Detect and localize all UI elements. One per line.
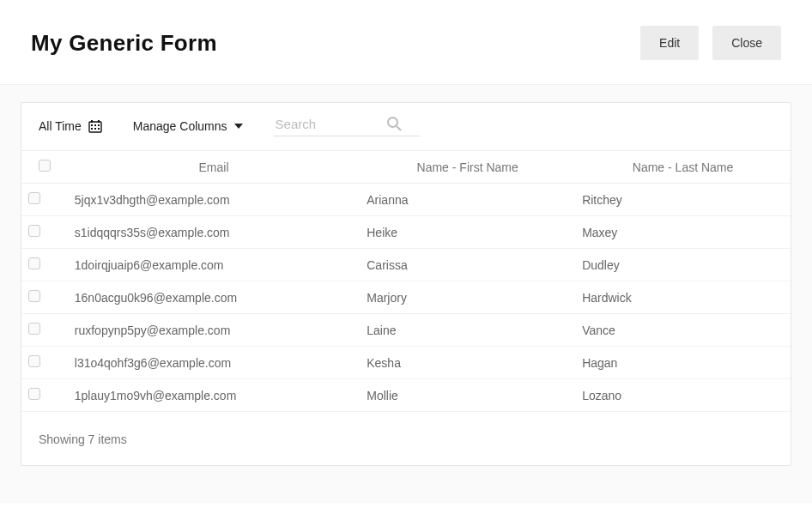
svg-rect-7 xyxy=(91,120,93,123)
cell-last-name: Hardwick xyxy=(575,281,791,314)
table-row[interactable]: 16n0acgu0k96@example.comMarjoryHardwick xyxy=(21,281,791,314)
cell-first-name: Kesha xyxy=(360,347,575,379)
select-all-checkbox[interactable] xyxy=(39,160,51,172)
cell-last-name: Dudley xyxy=(575,249,791,281)
svg-line-10 xyxy=(397,126,401,130)
table-row[interactable]: s1idqqqrs35s@example.comHeikeMaxey xyxy=(21,216,791,249)
row-checkbox[interactable] xyxy=(28,323,40,335)
row-checkbox-cell xyxy=(21,379,68,412)
cell-first-name: Arianna xyxy=(360,184,575,216)
svg-point-9 xyxy=(388,118,397,127)
cell-last-name: Maxey xyxy=(575,216,791,249)
data-table: Email Name - First Name Name - Last Name… xyxy=(21,150,791,411)
row-checkbox[interactable] xyxy=(28,355,40,367)
cell-email: 16n0acgu0k96@example.com xyxy=(68,281,360,314)
cell-last-name: Hagan xyxy=(575,347,791,379)
row-checkbox[interactable] xyxy=(28,388,40,400)
cell-first-name: Laine xyxy=(360,314,575,347)
table-row[interactable]: 1doirqjuaip6@example.comCarissaDudley xyxy=(21,249,791,281)
col-header-email[interactable]: Email xyxy=(68,151,360,184)
row-checkbox[interactable] xyxy=(28,290,40,302)
row-checkbox-cell xyxy=(21,184,68,216)
date-filter-label: All Time xyxy=(39,119,82,133)
cell-email: s1idqqqrs35s@example.com xyxy=(68,216,360,249)
row-checkbox-cell xyxy=(21,281,68,314)
svg-rect-1 xyxy=(91,124,93,126)
cell-email: 1doirqjuaip6@example.com xyxy=(68,249,360,281)
cell-first-name: Mollie xyxy=(360,379,575,412)
cell-first-name: Carissa xyxy=(360,249,575,281)
svg-rect-4 xyxy=(91,128,93,130)
cell-email: 5jqx1v3dhgth@example.com xyxy=(68,184,360,216)
cell-first-name: Marjory xyxy=(360,281,575,314)
table-row[interactable]: 5jqx1v3dhgth@example.comAriannaRitchey xyxy=(21,184,791,216)
cell-last-name: Lozano xyxy=(575,379,791,412)
row-checkbox[interactable] xyxy=(28,225,40,237)
table-row[interactable]: ruxfopynp5py@example.comLaineVance xyxy=(21,314,791,347)
table-row[interactable]: 1plauy1mo9vh@example.comMollieLozano xyxy=(21,379,791,412)
header-bar: My Generic Form Edit Close xyxy=(0,0,812,85)
calendar-icon xyxy=(88,119,102,133)
data-panel: All Time Manage Columns xyxy=(21,102,791,466)
header-buttons: Edit Close xyxy=(640,26,781,60)
manage-columns-label: Manage Columns xyxy=(133,119,227,133)
chevron-down-icon xyxy=(234,124,243,129)
row-checkbox-cell xyxy=(21,249,68,281)
close-button[interactable]: Close xyxy=(712,26,781,60)
date-filter[interactable]: All Time xyxy=(39,119,102,133)
cell-last-name: Vance xyxy=(575,314,791,347)
manage-columns[interactable]: Manage Columns xyxy=(133,119,243,133)
row-checkbox-cell xyxy=(21,216,68,249)
content-area: All Time Manage Columns xyxy=(0,85,812,503)
cell-last-name: Ritchey xyxy=(575,184,791,216)
cell-email: ruxfopynp5py@example.com xyxy=(68,314,360,347)
svg-rect-5 xyxy=(94,128,96,130)
search-field xyxy=(274,115,420,136)
page-title: My Generic Form xyxy=(31,30,217,57)
search-input[interactable] xyxy=(274,116,385,132)
cell-first-name: Heike xyxy=(360,216,575,249)
svg-rect-0 xyxy=(89,122,101,132)
row-checkbox[interactable] xyxy=(28,257,40,269)
cell-email: 1plauy1mo9vh@example.com xyxy=(68,379,360,412)
cell-email: l31o4qohf3g6@example.com xyxy=(68,347,360,379)
table-footer-summary: Showing 7 items xyxy=(21,411,791,465)
svg-rect-2 xyxy=(94,124,96,126)
edit-button[interactable]: Edit xyxy=(640,26,699,60)
svg-rect-8 xyxy=(98,120,100,123)
row-checkbox[interactable] xyxy=(28,192,40,204)
toolbar: All Time Manage Columns xyxy=(21,103,791,145)
row-checkbox-cell xyxy=(21,347,68,379)
row-checkbox-cell xyxy=(21,314,68,347)
search-icon[interactable] xyxy=(385,115,403,132)
table-row[interactable]: l31o4qohf3g6@example.comKeshaHagan xyxy=(21,347,791,379)
col-header-checkbox xyxy=(21,151,68,184)
svg-rect-3 xyxy=(98,124,100,126)
svg-rect-6 xyxy=(98,128,100,130)
col-header-first-name[interactable]: Name - First Name xyxy=(360,151,575,184)
col-header-last-name[interactable]: Name - Last Name xyxy=(575,151,791,184)
